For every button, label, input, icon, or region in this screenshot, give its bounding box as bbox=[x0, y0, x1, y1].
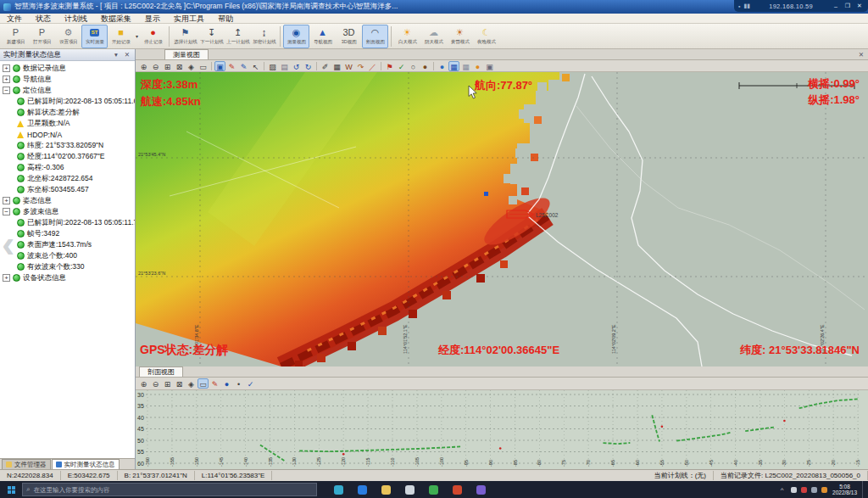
toolbar-button-densify-planline[interactable]: ↨加密计划线 bbox=[251, 25, 277, 48]
pencil-blue-icon[interactable]: ✎ bbox=[238, 61, 249, 71]
tree-item[interactable]: 北坐标:2428722.654 bbox=[0, 173, 135, 184]
toolbar-button-project-settings[interactable]: ⚙设置项目 bbox=[55, 25, 81, 48]
save-icon[interactable]: ▤ bbox=[279, 61, 290, 71]
minimize-icon[interactable]: – bbox=[832, 3, 840, 9]
edge-icon[interactable] bbox=[334, 485, 343, 495]
tray-sound-icon[interactable] bbox=[811, 487, 817, 493]
tree-item[interactable]: 已解算时间:2022-08-13 05:05:11.718 bbox=[0, 217, 135, 228]
tree-item[interactable]: 高程:-0.306 bbox=[0, 162, 135, 173]
menu-item-3[interactable]: 数据采集 bbox=[94, 14, 138, 24]
grid-color-icon[interactable]: ▦ bbox=[448, 61, 459, 71]
pan-icon[interactable]: ◈ bbox=[186, 61, 197, 71]
tree-item[interactable]: +姿态信息 bbox=[0, 195, 135, 206]
close-icon[interactable]: ✕ bbox=[855, 3, 864, 9]
zoom-out-icon[interactable]: ⊖ bbox=[150, 378, 161, 389]
tray-expand-icon[interactable]: ^ bbox=[778, 486, 786, 494]
tree-item[interactable]: 纬度: 21°53'33.82059"N bbox=[0, 140, 135, 151]
menu-item-2[interactable]: 计划线 bbox=[58, 14, 94, 24]
menu-item-4[interactable]: 显示 bbox=[138, 14, 167, 24]
slope-red-icon[interactable]: ／ bbox=[367, 61, 378, 71]
dot-small-icon[interactable]: • bbox=[233, 378, 244, 389]
menu-item-6[interactable]: 帮助 bbox=[211, 14, 240, 24]
toolbar-button-survey-view[interactable]: ◉测量视图 bbox=[283, 25, 309, 48]
zoom-full-icon[interactable]: ⊠ bbox=[174, 61, 185, 71]
toolbar-button-new-project[interactable]: P新建项目 bbox=[3, 25, 29, 48]
pencil-red-icon[interactable]: ✎ bbox=[209, 378, 220, 389]
toolbar-button-open-project[interactable]: P打开项目 bbox=[29, 25, 55, 48]
start-button[interactable] bbox=[0, 481, 22, 498]
tree-item[interactable]: 经度:114°02'00.37667"E bbox=[0, 151, 135, 162]
sun-dot-icon[interactable]: ● bbox=[472, 61, 483, 71]
fill-color-icon[interactable]: ● bbox=[420, 61, 431, 71]
tray-security-icon[interactable] bbox=[801, 487, 807, 493]
swath-w-icon[interactable]: W bbox=[343, 61, 354, 71]
taskbar-clock[interactable]: 5:08 2022/8/13 bbox=[832, 484, 857, 496]
tray-app-icon[interactable] bbox=[821, 487, 827, 493]
restore-icon[interactable]: ❐ bbox=[843, 3, 852, 9]
show-desktop-button[interactable] bbox=[862, 481, 865, 498]
tree-expander-icon[interactable]: + bbox=[3, 64, 10, 72]
toolbar-button-realtime-survey[interactable]: ST实时测量 bbox=[81, 25, 108, 48]
image-view-icon[interactable]: ▣ bbox=[484, 61, 495, 71]
tree-expander-icon[interactable]: + bbox=[3, 197, 10, 204]
tree-item[interactable]: 卫星颗数:N/A bbox=[0, 118, 135, 129]
menu-item-1[interactable]: 状态 bbox=[29, 14, 58, 24]
file-explorer-icon[interactable] bbox=[381, 485, 391, 495]
rotate-icon[interactable]: ↷ bbox=[355, 61, 366, 71]
toolbar-button-profile-view[interactable]: ◠剖面视图 bbox=[362, 25, 388, 48]
pin-icon[interactable]: ▪ bbox=[738, 3, 740, 9]
tree-item[interactable]: 波束总个数:400 bbox=[0, 250, 135, 261]
survey-app-icon[interactable] bbox=[476, 485, 486, 495]
toolbar-button-night-mode[interactable]: ☾夜晚模式 bbox=[473, 25, 499, 48]
edit-rect-icon[interactable]: ▨ bbox=[267, 61, 278, 71]
tree-expander-icon[interactable]: − bbox=[3, 87, 10, 94]
polygon-icon[interactable]: ○ bbox=[408, 61, 419, 71]
dot-large-icon[interactable]: ● bbox=[221, 378, 232, 389]
tree-item[interactable]: −多波束信息 bbox=[0, 206, 135, 217]
zoom-in-icon[interactable]: ⊕ bbox=[138, 61, 149, 71]
toolbar-button-3d-view[interactable]: 3D3D视图 bbox=[336, 25, 362, 48]
grid-plain-icon[interactable]: ▦ bbox=[460, 61, 471, 71]
menu-item-5[interactable]: 实用工具 bbox=[167, 14, 211, 24]
measure-rect-icon[interactable]: ▭ bbox=[198, 61, 209, 71]
toolbar-button-day-mode[interactable]: ☀白天模式 bbox=[394, 25, 420, 48]
close-icon[interactable]: ✕ bbox=[123, 51, 131, 59]
tree-expander-icon[interactable]: − bbox=[3, 208, 10, 215]
flag-red-icon[interactable]: ⚑ bbox=[384, 61, 395, 71]
tree-expander-icon[interactable]: + bbox=[3, 76, 10, 83]
tab-survey-view[interactable]: 测量视图 bbox=[164, 49, 209, 59]
browser-icon[interactable] bbox=[358, 485, 367, 495]
follow-ship-icon[interactable]: ▣ bbox=[214, 61, 225, 71]
bottom-tab-0[interactable]: 文件管理器 bbox=[2, 459, 51, 469]
toolbar-button-stop-record[interactable]: ●停止记录 bbox=[140, 25, 166, 48]
undo-icon[interactable]: ↺ bbox=[291, 61, 302, 71]
toolbar-button-dusk-mode[interactable]: ☀黄昏模式 bbox=[447, 25, 473, 48]
tree-item[interactable]: −定位信息 bbox=[0, 85, 135, 96]
taskbar-search[interactable]: ⌕ bbox=[22, 483, 317, 496]
redo-icon[interactable]: ↻ bbox=[303, 61, 314, 71]
tree-expander-icon[interactable]: + bbox=[3, 274, 10, 282]
bottom-tab-1[interactable]: 实时测量状态信息 bbox=[52, 459, 120, 469]
tree-item[interactable]: 帧号:3492 bbox=[0, 228, 135, 239]
zoom-out-icon[interactable]: ⊖ bbox=[150, 61, 161, 71]
cursor-icon[interactable]: ↖ bbox=[250, 61, 261, 71]
zoom-window-icon[interactable]: ⊞ bbox=[162, 61, 173, 71]
red-app-icon[interactable] bbox=[453, 485, 462, 495]
beam-profile-plot[interactable]: 30354045505560-160-155-150-145-140-135-1… bbox=[136, 390, 868, 469]
toolbar-button-start-record[interactable]: ■开始记录 bbox=[108, 25, 134, 48]
tree-item[interactable]: 已解算时间:2022-08-13 05:05:11.687 bbox=[0, 96, 135, 107]
toolbar-button-nav-view[interactable]: ▲导航视图 bbox=[309, 25, 336, 48]
palette-icon[interactable]: ● bbox=[437, 61, 448, 71]
tab-profile-view[interactable]: 剖面视图 bbox=[139, 367, 183, 377]
zoom-in-icon[interactable]: ⊕ bbox=[138, 378, 149, 389]
tree-item[interactable]: +数据记录信息 bbox=[0, 63, 135, 74]
search-input[interactable] bbox=[33, 486, 313, 494]
toolbar-button-prev-planline[interactable]: ↥上一计划线 bbox=[225, 25, 251, 48]
tree-item[interactable]: 解算状态:差分解 bbox=[0, 107, 135, 118]
tree-item[interactable]: 东坐标:503455.457 bbox=[0, 184, 135, 195]
pen-link-icon[interactable]: ✐ bbox=[320, 61, 331, 71]
marquee-icon[interactable]: ▭ bbox=[198, 378, 209, 389]
tree-item[interactable]: +设备状态信息 bbox=[0, 272, 135, 283]
toolbar-button-next-planline[interactable]: ↧下一计划线 bbox=[198, 25, 225, 48]
pin-icon[interactable]: ▾ bbox=[112, 51, 120, 59]
